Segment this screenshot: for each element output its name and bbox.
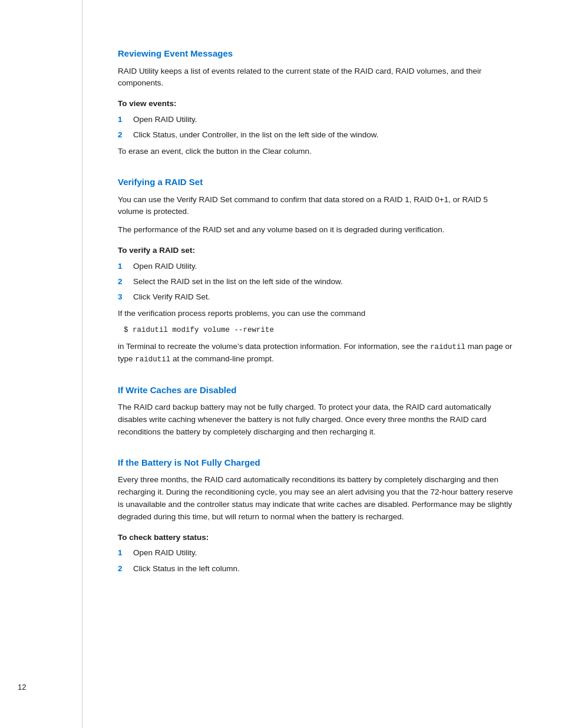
list-item: 1 Open RAID Utility.: [118, 114, 515, 126]
step-text: Click Status, under Controller, in the l…: [133, 129, 378, 141]
code-raidutil: $ raidutil modify volume --rewrite: [118, 325, 515, 336]
steps-battery: 1 Open RAID Utility. 2 Click Status in t…: [118, 547, 515, 575]
note-verify-1: If the verification process reports prob…: [118, 308, 515, 320]
subsection-label-view-events: To view events:: [118, 98, 515, 110]
inline-code-raidutil1: raidutil: [430, 343, 465, 351]
note-view-events: To erase an event, click the button in t…: [118, 146, 515, 158]
section-battery: If the Battery is Not Fully Charged Ever…: [118, 456, 515, 575]
content-area: Reviewing Event Messages RAID Utility ke…: [82, 0, 562, 728]
list-item: 1 Open RAID Utility.: [118, 261, 515, 272]
list-item: 3 Click Verify RAID Set.: [118, 291, 515, 303]
step-text: Open RAID Utility.: [133, 114, 197, 126]
step-number: 2: [118, 129, 130, 141]
section-body-battery: Every three months, the RAID card automa…: [118, 474, 515, 523]
step-text: Click Verify RAID Set.: [133, 291, 210, 303]
page-number: 12: [18, 681, 26, 693]
step-text: Open RAID Utility.: [133, 261, 197, 272]
step-number: 1: [118, 114, 130, 126]
section-body-reviewing: RAID Utility keeps a list of events rela…: [118, 65, 515, 90]
steps-view-events: 1 Open RAID Utility. 2 Click Status, und…: [118, 114, 515, 141]
inline-code-raidutil2: raidutil: [135, 355, 170, 364]
step-text: Select the RAID set in the list on the l…: [133, 276, 343, 288]
list-item: 2 Click Status, under Controller, in the…: [118, 129, 515, 141]
section-body-write-caches: The RAID card backup battery may not be …: [118, 401, 515, 439]
section-verifying-raid: Verifying a RAID Set You can use the Ver…: [118, 176, 515, 366]
step-number: 2: [118, 276, 130, 288]
steps-verify-raid: 1 Open RAID Utility. 2 Select the RAID s…: [118, 261, 515, 304]
step-number: 1: [118, 547, 130, 559]
list-item: 1 Open RAID Utility.: [118, 547, 515, 559]
left-margin: 12: [0, 0, 82, 728]
step-text: Open RAID Utility.: [133, 547, 197, 559]
subsection-label-battery: To check battery status:: [118, 532, 515, 543]
section-body-verifying: You can use the Verify RAID Set command …: [118, 194, 515, 219]
list-item: 2 Select the RAID set in the list on the…: [118, 276, 515, 288]
section-title-battery: If the Battery is Not Fully Charged: [118, 456, 515, 470]
section-reviewing-event-messages: Reviewing Event Messages RAID Utility ke…: [118, 47, 515, 158]
step-text: Click Status in the left column.: [133, 563, 240, 575]
step-number: 3: [118, 291, 130, 303]
section-title-verifying: Verifying a RAID Set: [118, 176, 515, 189]
section-body-verifying2: The performance of the RAID set and any …: [118, 224, 515, 236]
page-container: 12 Reviewing Event Messages RAID Utility…: [0, 0, 562, 728]
section-write-caches: If Write Caches are Disabled The RAID ca…: [118, 384, 515, 439]
list-item: 2 Click Status in the left column.: [118, 563, 515, 575]
step-number: 1: [118, 261, 130, 272]
section-title-reviewing: Reviewing Event Messages: [118, 47, 515, 61]
note-verify-2: in Terminal to recreate the volume’s dat…: [118, 341, 515, 366]
step-number: 2: [118, 563, 130, 575]
subsection-label-verify: To verify a RAID set:: [118, 245, 515, 256]
section-title-write-caches: If Write Caches are Disabled: [118, 384, 515, 397]
